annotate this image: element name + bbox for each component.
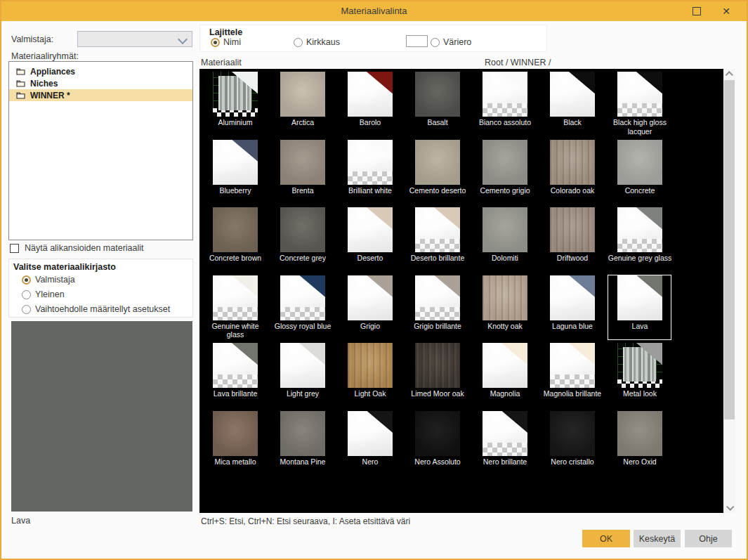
tree-item-winner[interactable]: WINNER *: [9, 89, 192, 101]
material-item-mica-metallo[interactable]: Mica metallo: [202, 410, 269, 478]
material-swatch: [213, 72, 258, 117]
corner-color-triangle: [348, 275, 393, 320]
manufacturer-label: Valmistaja:: [11, 34, 53, 44]
material-name-label: Basalt: [405, 118, 470, 127]
library-radio-valmistaja[interactable]: Valmistaja: [22, 275, 75, 285]
breadcrumb[interactable]: Root / WINNER /: [485, 58, 551, 67]
sort-radio-variero[interactable]: Väriero: [431, 37, 471, 47]
material-item-nero[interactable]: Nero: [336, 410, 404, 478]
corner-color-triangle: [617, 343, 662, 388]
material-item-limed-moor-oak[interactable]: Limed Moor oak: [404, 342, 471, 410]
corner-color-triangle: [348, 411, 393, 456]
radio-label: Nimi: [223, 37, 241, 47]
preview-material-name: Lava: [11, 516, 30, 526]
checker-floor: [415, 239, 460, 252]
material-item-blueberry[interactable]: Blueberry: [202, 139, 269, 207]
material-item-light-grey[interactable]: Light grey: [269, 342, 336, 410]
material-item-nero-cristallo[interactable]: Nero cristallo: [539, 410, 606, 478]
material-swatch: [483, 343, 527, 388]
radio-icon: [431, 38, 440, 47]
material-item-basalt[interactable]: Basalt: [404, 71, 471, 139]
material-item-metal-look[interactable]: Metal look: [606, 342, 674, 410]
material-item-black-high-gloss-lacquer[interactable]: Black high gloss lacquer: [606, 71, 674, 139]
status-hint-text: Ctrl+S: Etsi, Ctrl+N: Etsi seuraava, I: …: [201, 516, 410, 526]
material-item-nero-oxid[interactable]: Nero Oxid: [606, 410, 674, 478]
maximize-button[interactable]: [689, 4, 704, 18]
material-swatch: [280, 411, 325, 456]
checker-floor: [415, 307, 460, 320]
cancel-button[interactable]: Keskeytä: [634, 530, 681, 547]
material-swatch: [213, 140, 258, 185]
material-item-montana-pine[interactable]: Montana Pine: [269, 410, 336, 478]
corner-color-triangle: [280, 343, 325, 388]
close-button[interactable]: ✕: [719, 4, 734, 18]
material-item-genuine-white-glass[interactable]: Genuine white glass: [202, 275, 269, 343]
material-name-label: Lava brillante: [203, 389, 268, 398]
material-item-grigio[interactable]: Grigio: [336, 275, 404, 343]
material-item-lava-brillante[interactable]: Lava brillante: [202, 342, 269, 410]
material-item-concrete[interactable]: Concrete: [606, 139, 674, 207]
material-item-concrete-brown[interactable]: Concrete brown: [202, 207, 269, 275]
material-item-driftwood[interactable]: Driftwood: [539, 207, 606, 275]
material-name-label: Blueberry: [203, 186, 268, 195]
material-swatch: [348, 411, 393, 456]
material-item-nero-brillante[interactable]: Nero brillante: [471, 410, 539, 478]
material-item-barolo[interactable]: Barolo: [336, 71, 404, 139]
material-item-brilliant-white[interactable]: Brilliant white: [336, 139, 404, 207]
material-item-black[interactable]: Black: [539, 71, 606, 139]
material-swatch: [550, 275, 595, 320]
scrollbar-thumb[interactable]: [724, 80, 735, 419]
checker-floor: [280, 307, 325, 320]
material-item-grigio-brillante[interactable]: Grigio brillante: [404, 275, 471, 343]
sort-radio-kirkkaus[interactable]: Kirkkaus: [294, 37, 340, 47]
material-item-magnolia[interactable]: Magnolia: [471, 342, 539, 410]
checker-floor: [213, 108, 258, 117]
scroll-up-button[interactable]: [723, 69, 735, 80]
help-button[interactable]: Ohje: [685, 530, 732, 547]
material-item-aluminium[interactable]: Aluminium: [202, 71, 269, 139]
tree-item-appliances[interactable]: Appliances: [9, 65, 192, 77]
material-name-label: Colorado oak: [540, 186, 605, 195]
subfolder-checkbox[interactable]: [10, 244, 19, 253]
material-item-cemento-grigio[interactable]: Cemento grigio: [471, 139, 539, 207]
material-item-dolomiti[interactable]: Dolomiti: [471, 207, 539, 275]
manufacturer-dropdown[interactable]: [77, 31, 192, 47]
radio-label: Yleinen: [35, 289, 65, 299]
material-item-glossy-royal-blue[interactable]: Glossy royal blue: [269, 275, 336, 343]
library-radio-vaihtoehdolle[interactable]: Vaihtoehdolle määritellyt asetukset: [22, 304, 170, 314]
library-radio-yleinen[interactable]: Yleinen: [22, 289, 65, 299]
material-swatch: [415, 207, 460, 252]
material-item-laguna-blue[interactable]: Laguna blue: [539, 275, 606, 343]
material-item-light-oak[interactable]: Light Oak: [336, 342, 404, 410]
checker-floor: [348, 171, 393, 185]
checker-floor: [617, 379, 662, 388]
material-item-brenta[interactable]: Brenta: [269, 139, 336, 207]
material-item-deserto-brillante[interactable]: Deserto brillante: [404, 207, 471, 275]
chevron-up-icon: [725, 71, 733, 79]
material-item-knotty-oak[interactable]: Knotty oak: [471, 275, 539, 343]
material-item-bianco-assoluto[interactable]: Bianco assoluto: [471, 71, 539, 139]
material-name-label: Cemento deserto: [405, 186, 470, 195]
radio-icon: [22, 290, 31, 299]
ok-button[interactable]: OK: [582, 530, 630, 547]
material-item-lava[interactable]: Lava: [606, 275, 674, 343]
material-item-arctica[interactable]: Arctica: [269, 71, 336, 139]
material-name-label: Black: [540, 118, 605, 127]
material-name-label: Bianco assoluto: [473, 118, 537, 127]
material-item-magnolia-brillante[interactable]: Magnolia brillante: [539, 342, 606, 410]
material-item-colorado-oak[interactable]: Colorado oak: [539, 139, 606, 207]
sort-radio-nimi[interactable]: Nimi: [211, 37, 241, 47]
material-item-concrete-grey[interactable]: Concrete grey: [269, 207, 336, 275]
color-diff-input[interactable]: [406, 35, 428, 47]
scroll-down-button[interactable]: [723, 502, 735, 513]
material-item-deserto[interactable]: Deserto: [336, 207, 404, 275]
folder-icon: [16, 91, 25, 99]
tree-item-label: Appliances: [30, 67, 75, 77]
material-item-nero-assoluto[interactable]: Nero Assoluto: [404, 410, 471, 478]
material-name-label: Grigio: [338, 322, 402, 331]
materials-scrollbar[interactable]: [723, 69, 735, 513]
material-item-cemento-deserto[interactable]: Cemento deserto: [404, 139, 471, 207]
material-item-genuine-grey-glass[interactable]: Genuine grey glass: [606, 207, 674, 275]
tree-item-niches[interactable]: Niches: [9, 77, 192, 89]
show-subfolder-materials-row[interactable]: Näytä alikansioiden materiaalit: [10, 243, 144, 253]
